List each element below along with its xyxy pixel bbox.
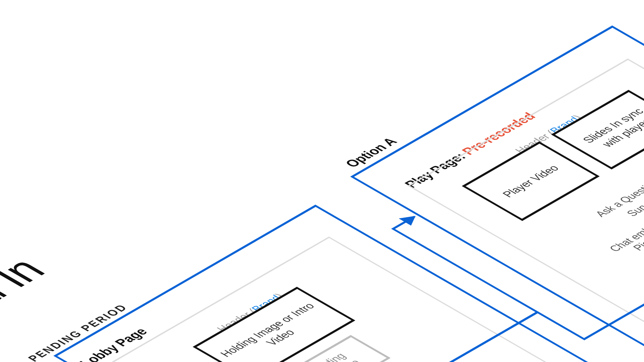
optionA-player-text: Player Video (494, 160, 567, 202)
